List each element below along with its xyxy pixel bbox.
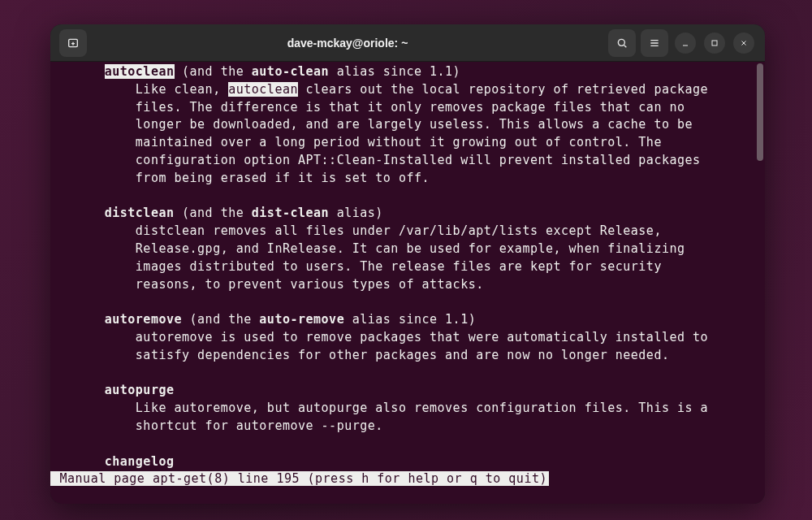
indent <box>50 348 136 362</box>
indent <box>50 135 136 150</box>
svg-rect-2 <box>712 41 717 46</box>
new-tab-button[interactable] <box>59 29 87 57</box>
text: distclean removes all files under /var/l… <box>136 223 662 238</box>
scrollbar-thumb[interactable] <box>757 63 763 161</box>
text: alias since 1.1) <box>344 312 476 327</box>
text: autoremove is used to remove packages th… <box>136 330 708 344</box>
man-status-line: Manual page apt-get(8) line 195 (press h… <box>50 471 549 486</box>
terminal-window: dave-mckay@oriole: ~ autoclean (and the … <box>50 24 765 504</box>
changelog-command: changelog <box>105 454 175 469</box>
text: satisfy dependencies for other packages … <box>136 348 670 362</box>
indent <box>50 401 136 415</box>
indent <box>50 259 136 274</box>
indent <box>50 418 136 433</box>
indent <box>50 223 136 238</box>
indent <box>50 206 105 220</box>
indent <box>50 454 105 469</box>
text: maintained over a long period without it… <box>136 135 662 150</box>
search-button[interactable] <box>608 29 636 57</box>
titlebar: dave-mckay@oriole: ~ <box>50 24 765 62</box>
text: files. The difference is that it only re… <box>136 100 685 115</box>
text: clears out the local repository of retri… <box>298 82 708 97</box>
autoremove-command: autoremove <box>105 312 182 327</box>
text: from being erased if it is set to off. <box>136 171 430 185</box>
indent <box>50 277 136 292</box>
text: alias) <box>329 206 383 220</box>
text: (and the <box>175 206 252 220</box>
indent <box>50 312 105 327</box>
indent <box>50 330 136 344</box>
text: reasons, to prevent various types of att… <box>136 277 484 292</box>
indent <box>50 82 136 97</box>
text: Like clean, <box>136 82 228 97</box>
indent <box>50 100 136 115</box>
maximize-button[interactable] <box>704 32 725 54</box>
window-title: dave-mckay@oriole: ~ <box>89 37 606 50</box>
titlebar-right-group <box>606 29 758 57</box>
indent <box>50 383 105 397</box>
text: Release.gpg, and InRelease. It can be us… <box>136 241 685 256</box>
indent <box>50 64 105 79</box>
terminal-viewport[interactable]: autoclean (and the auto-clean alias sinc… <box>50 62 765 504</box>
distclean-command: distclean <box>105 206 175 220</box>
alias-bold: dist-clean <box>252 206 329 220</box>
text: configuration option APT::Clean-Installe… <box>136 153 701 167</box>
indent <box>50 153 136 167</box>
indent <box>50 117 136 132</box>
man-page-content: autoclean (and the auto-clean alias sinc… <box>50 63 760 488</box>
text: images distributed to users. The release… <box>136 259 662 274</box>
autoclean-inline-hl: autoclean <box>228 82 298 97</box>
minimize-button[interactable] <box>675 32 696 54</box>
text: shortcut for autoremove --purge. <box>136 418 383 433</box>
indent <box>50 241 136 256</box>
text: (and the <box>182 312 259 327</box>
autopurge-command: autopurge <box>105 383 175 397</box>
text: longer be downloaded, and are largely us… <box>136 117 693 132</box>
alias-bold: auto-remove <box>259 312 344 327</box>
menu-button[interactable] <box>641 29 668 57</box>
text: Like autoremove, but autopurge also remo… <box>136 401 708 415</box>
close-button[interactable] <box>733 32 754 54</box>
indent <box>50 171 136 185</box>
text: alias since 1.1) <box>329 64 460 79</box>
autoclean-command-hl: autoclean <box>105 64 175 79</box>
alias-bold: auto-clean <box>252 64 329 79</box>
svg-point-1 <box>618 39 624 46</box>
text: (and the <box>175 64 252 79</box>
